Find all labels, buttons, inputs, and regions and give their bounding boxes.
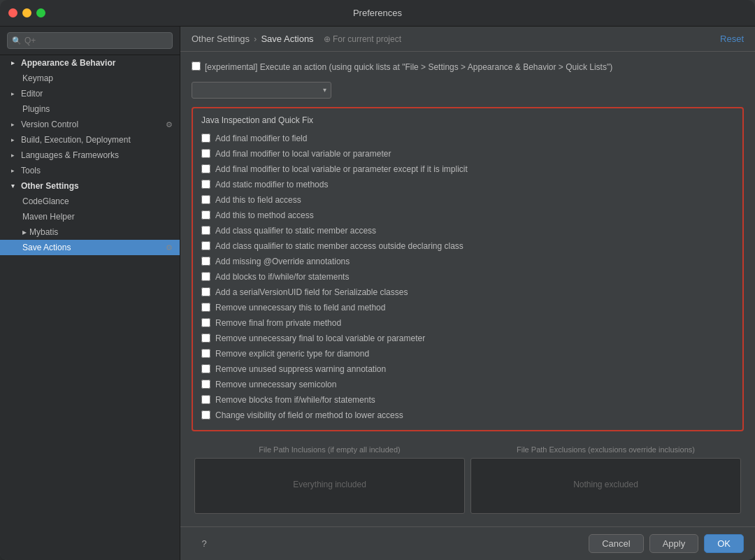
inspection-item-row: Add final modifier to local variable or … — [201, 146, 734, 161]
inspection-item-label: Add static modifier to methods — [215, 178, 328, 191]
inspection-item-row: Add class qualifier to static member acc… — [201, 223, 734, 238]
inclusions-box[interactable]: Everything included — [194, 458, 465, 514]
sidebar-item-label: Maven Helper — [22, 212, 75, 222]
file-path-exclusions-col: File Path Exclusions (exclusions overrid… — [468, 445, 744, 514]
inspection-item-label: Add this to field access — [215, 194, 301, 206]
arrow-icon: ▸ — [11, 152, 18, 159]
search-wrapper: 🔍 — [7, 32, 173, 49]
reset-button[interactable]: Reset — [720, 34, 744, 44]
inspection-item-label: Add class qualifier to static member acc… — [215, 240, 463, 252]
sidebar-item-appearance[interactable]: ▸ Appearance & Behavior — [0, 55, 180, 71]
sidebar-item-codeglance[interactable]: CodeGlance — [0, 194, 180, 209]
inspection-checkbox-7[interactable] — [201, 241, 210, 250]
inclusions-label: File Path Inclusions (if empty all inclu… — [192, 445, 468, 454]
inspection-checkbox-17[interactable] — [201, 395, 210, 404]
inspection-item-row: Remove unnecessary final to local variab… — [201, 331, 734, 346]
sidebar-item-plugins[interactable]: Plugins — [0, 101, 180, 117]
inspection-box: Java Inspection and Quick Fix Add final … — [192, 107, 744, 431]
sidebar-item-editor[interactable]: ▸ Editor — [0, 86, 180, 101]
arrow-icon: ▸ — [22, 227, 27, 237]
inspection-checkbox-0[interactable] — [201, 134, 210, 143]
arrow-icon: ▸ — [11, 136, 18, 143]
inspection-item-row: Add final modifier to field — [201, 131, 734, 146]
inspection-checkbox-15[interactable] — [201, 364, 210, 373]
right-panel: Other Settings › Save Actions ⊕ For curr… — [180, 27, 755, 560]
minimize-button[interactable] — [22, 8, 31, 17]
sidebar-item-maven-helper[interactable]: Maven Helper — [0, 209, 180, 224]
exclusions-box[interactable]: Nothing excluded — [470, 458, 741, 514]
exclusions-label: File Path Exclusions (exclusions overrid… — [468, 445, 744, 454]
sidebar-item-version-control[interactable]: ▸ Version Control ⚙ — [0, 117, 180, 132]
settings-icon: ⚙ — [166, 243, 173, 252]
inspection-checkbox-14[interactable] — [201, 349, 210, 358]
close-button[interactable] — [8, 8, 17, 17]
inspection-item-row: Remove final from private method — [201, 315, 734, 331]
sidebar-item-other-settings[interactable]: ▾ Other Settings — [0, 178, 180, 194]
ok-button[interactable]: OK — [704, 534, 744, 553]
sidebar-item-mybatis[interactable]: ▸ Mybatis — [0, 224, 180, 240]
arrow-icon: ▸ — [11, 59, 18, 66]
sidebar-item-label: Languages & Frameworks — [21, 150, 119, 160]
inspection-checkbox-10[interactable] — [201, 287, 210, 296]
search-input[interactable] — [7, 32, 173, 49]
action-dropdown[interactable]: ▾ — [192, 82, 331, 99]
sidebar-item-label: Appearance & Behavior — [21, 58, 115, 68]
sidebar-item-keymap[interactable]: Keymap — [0, 71, 180, 86]
settings-icon: ⚙ — [166, 120, 173, 129]
inspection-item-row: Add this to method access — [201, 208, 734, 223]
cancel-button[interactable]: Cancel — [589, 534, 643, 553]
inspection-item-row: Remove unused suppress warning annotatio… — [201, 361, 734, 377]
inspection-item-row: Remove blocks from if/while/for statemen… — [201, 392, 734, 408]
inspection-item-label: Add final modifier to local variable or … — [215, 148, 391, 160]
inspection-checkbox-1[interactable] — [201, 149, 210, 158]
window-controls — [8, 8, 45, 17]
inspection-item-label: Remove explicit generic type for diamond — [215, 347, 369, 360]
inspection-item-row: Add this to field access — [201, 192, 734, 208]
inspection-item-row: Change visibility of field or method to … — [201, 408, 734, 423]
inspection-checkbox-9[interactable] — [201, 272, 210, 281]
inspection-item-label: Change visibility of field or method to … — [215, 409, 403, 422]
inspection-checkbox-12[interactable] — [201, 318, 210, 327]
inspection-checkbox-4[interactable] — [201, 195, 210, 204]
inspection-item-row: Add missing @Override annotations — [201, 254, 734, 269]
bottom-bar: ? Cancel Apply OK — [180, 526, 755, 560]
inspection-item-label: Add a serialVersionUID field for Seriali… — [215, 286, 408, 299]
breadcrumb-other-settings: Other Settings — [192, 34, 250, 44]
inspection-checkbox-18[interactable] — [201, 410, 210, 419]
inspection-checkbox-11[interactable] — [201, 303, 210, 312]
sidebar-item-label: Build, Execution, Deployment — [21, 135, 131, 145]
inspection-checkbox-6[interactable] — [201, 226, 210, 235]
maximize-button[interactable] — [36, 8, 45, 17]
inspection-item-row: Remove explicit generic type for diamond — [201, 346, 734, 361]
experimental-text: [experimental] Execute an action (using … — [205, 62, 612, 73]
sidebar-item-label: CodeGlance — [22, 196, 69, 206]
inspection-item-label: Remove final from private method — [215, 317, 341, 329]
sidebar-item-label: Editor — [21, 89, 43, 99]
breadcrumb-save-actions: Save Actions — [261, 34, 313, 44]
inspection-item-row: Remove unnecessary semicolon — [201, 377, 734, 392]
sidebar-item-label: Other Settings — [21, 181, 79, 191]
inspection-checkbox-3[interactable] — [201, 180, 210, 189]
inspection-checkbox-5[interactable] — [201, 210, 210, 220]
sidebar-item-tools[interactable]: ▸ Tools — [0, 163, 180, 178]
help-button[interactable]: ? — [192, 536, 217, 552]
inspection-item-label: Remove unnecessary final to local variab… — [215, 332, 425, 345]
sidebar-item-label: Mybatis — [29, 227, 58, 237]
inspection-item-row: Add static modifier to methods — [201, 177, 734, 192]
inspection-item-label: Add missing @Override annotations — [215, 255, 350, 268]
apply-button[interactable]: Apply — [649, 534, 699, 553]
inspection-checkbox-8[interactable] — [201, 257, 210, 266]
inspection-checkbox-2[interactable] — [201, 164, 210, 173]
experimental-checkbox[interactable] — [192, 62, 201, 71]
sidebar-item-label: Plugins — [22, 104, 50, 114]
sidebar-item-languages[interactable]: ▸ Languages & Frameworks — [0, 148, 180, 163]
sidebar-item-build[interactable]: ▸ Build, Execution, Deployment — [0, 132, 180, 148]
main-content: 🔍 ▸ Appearance & Behavior Keymap ▸ Edito… — [0, 27, 755, 560]
inspection-item-row: Add blocks to if/while/for statements — [201, 269, 734, 285]
inspection-checkbox-13[interactable] — [201, 333, 210, 343]
inspection-item-label: Remove unnecessary this to field and met… — [215, 301, 385, 314]
inspection-checkbox-16[interactable] — [201, 380, 210, 389]
experimental-row: [experimental] Execute an action (using … — [192, 59, 744, 76]
sidebar-item-save-actions[interactable]: Save Actions ⚙ — [0, 240, 180, 255]
preferences-window: Preferences 🔍 ▸ Appearance & Behavior Ke… — [0, 0, 755, 560]
